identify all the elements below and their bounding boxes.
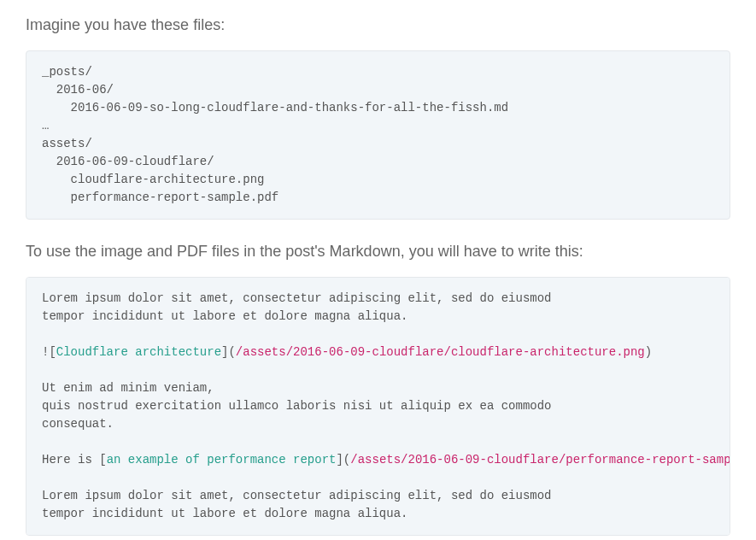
code-block-markdown[interactable]: Lorem ipsum dolor sit amet, consectetur …	[26, 277, 730, 536]
markdown-link-url: /assets/2016-06-09-cloudflare/performanc…	[350, 453, 730, 467]
code-text: Ut enim ad minim veniam, quis nostrud ex…	[42, 381, 552, 431]
code-text: Lorem ipsum dolor sit amet, consectetur …	[42, 291, 552, 323]
code-text: Here is [	[42, 453, 107, 467]
markdown-image-url: /assets/2016-06-09-cloudflare/cloudflare…	[236, 345, 645, 359]
intro-paragraph-2: To use the image and PDF files in the po…	[26, 240, 730, 263]
code-text: )	[645, 345, 652, 359]
code-text: ](	[336, 453, 350, 467]
code-text: ![	[42, 345, 56, 359]
markdown-image-alt: Cloudflare architecture	[56, 345, 221, 359]
markdown-link-text: an example of performance report	[107, 453, 337, 467]
code-text: ](	[221, 345, 236, 359]
intro-paragraph-1: Imagine you have these files:	[26, 14, 730, 37]
code-block-files: _posts/ 2016-06/ 2016-06-09-so-long-clou…	[26, 50, 730, 220]
code-text: Lorem ipsum dolor sit amet, consectetur …	[42, 489, 552, 520]
